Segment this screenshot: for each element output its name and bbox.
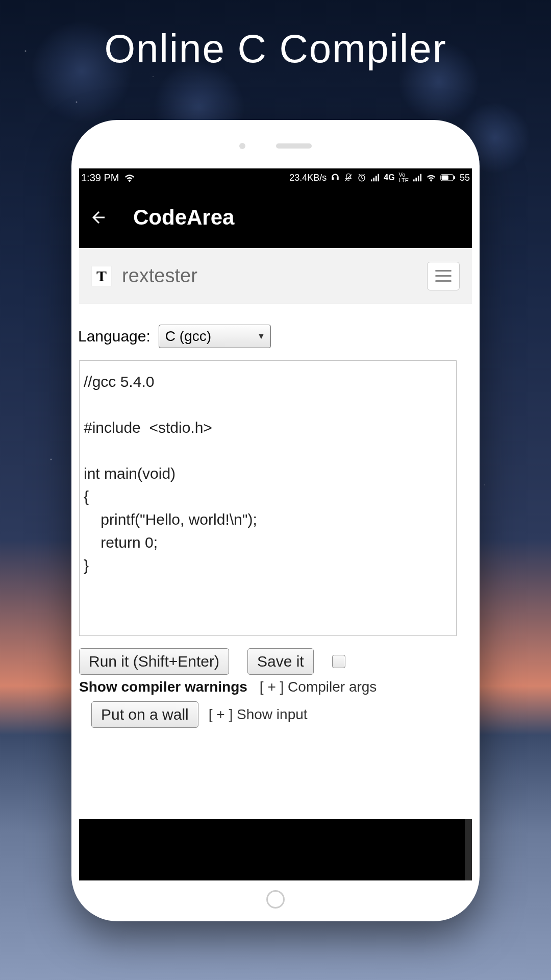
- phone-frame: 1:39 PM 23.4KB/s 4G: [71, 120, 480, 921]
- compiler-args-toggle[interactable]: [ + ] Compiler args: [260, 679, 377, 695]
- alarm-icon: [357, 173, 366, 182]
- ad-banner-area: [79, 819, 472, 880]
- code-editor[interactable]: //gcc 5.4.0 #include <stdio.h> int main(…: [79, 360, 457, 636]
- phone-notch: [239, 143, 312, 149]
- run-button[interactable]: Run it (Shift+Enter): [79, 648, 229, 675]
- save-button[interactable]: Save it: [247, 648, 314, 675]
- signal-icon: [370, 174, 380, 182]
- page-heading: Online C Compiler: [0, 26, 551, 72]
- android-status-bar: 1:39 PM 23.4KB/s 4G: [79, 168, 472, 187]
- status-battery-text: 55: [460, 173, 470, 183]
- mute-icon: [344, 173, 353, 182]
- app-bar: CodeArea: [79, 187, 472, 248]
- status-network: 4G: [384, 173, 394, 182]
- signal-icon-2: [413, 174, 422, 182]
- put-on-wall-button[interactable]: Put on a wall: [91, 701, 198, 728]
- compiler-content: Language: C (gcc) //gcc 5.4.0 #include <…: [79, 304, 472, 731]
- site-bar: T rextester: [79, 248, 472, 304]
- site-name[interactable]: rextester: [122, 265, 197, 287]
- status-time: 1:39 PM: [81, 172, 119, 184]
- show-compiler-warnings-link[interactable]: Show compiler warnings: [79, 679, 247, 695]
- wifi-icon: [124, 173, 135, 182]
- hamburger-menu-button[interactable]: [427, 262, 460, 290]
- battery-icon: [440, 174, 456, 182]
- wifi-icon-2: [426, 174, 436, 182]
- app-title: CodeArea: [133, 205, 234, 230]
- language-label: Language:: [79, 328, 151, 345]
- status-data-rate: 23.4KB/s: [289, 173, 327, 183]
- site-logo[interactable]: T: [91, 266, 112, 286]
- language-selected-value: C (gcc): [165, 328, 211, 344]
- svg-rect-3: [442, 176, 448, 180]
- phone-screen: 1:39 PM 23.4KB/s 4G: [79, 168, 472, 880]
- language-select[interactable]: C (gcc): [159, 325, 271, 348]
- back-arrow-icon[interactable]: [89, 208, 108, 227]
- headphones-icon: [331, 173, 340, 182]
- home-indicator: [266, 890, 285, 909]
- warnings-checkbox[interactable]: [332, 655, 345, 668]
- status-volte: VoLTE: [399, 172, 409, 183]
- svg-rect-4: [454, 176, 455, 179]
- show-input-toggle[interactable]: [ + ] Show input: [209, 706, 308, 723]
